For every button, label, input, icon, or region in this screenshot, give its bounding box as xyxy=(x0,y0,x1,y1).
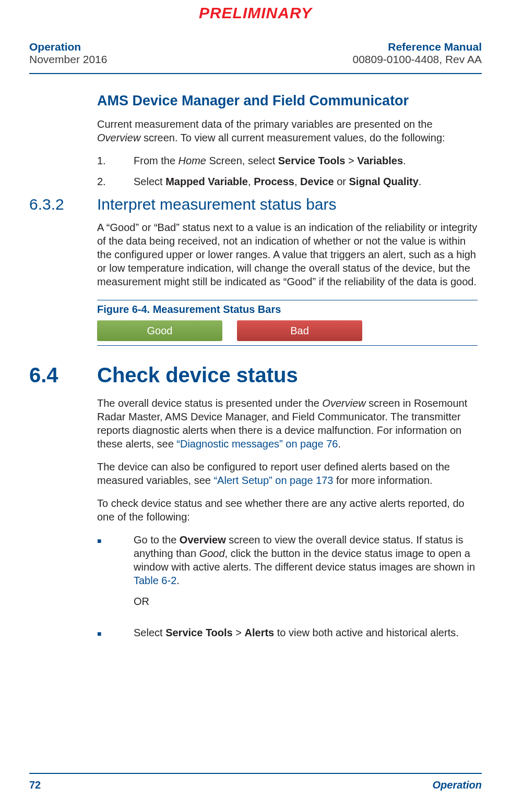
figure-6-4-caption: Figure 6-4. Measurement Status Bars xyxy=(97,300,478,316)
step-number: 2. xyxy=(97,175,134,188)
text: From the xyxy=(134,155,179,166)
header-left-date: November 2016 xyxy=(29,53,107,66)
step-1: 1. From the Home Screen, select Service … xyxy=(97,154,478,167)
step-body: From the Home Screen, select Service Too… xyxy=(134,154,478,167)
section-6-4-body: The overall device status is presented u… xyxy=(97,396,478,639)
text: Screen, select xyxy=(206,155,278,166)
mapped-variable-bold: Mapped Variable xyxy=(165,176,248,187)
overview-bold: Overview xyxy=(180,534,226,546)
bullet-2: ■ Select Service Tools > Alerts to view … xyxy=(97,626,478,639)
header-right-docnum: 00809-0100-4408, Rev AA xyxy=(352,53,482,66)
text: screen. To view all current measurement … xyxy=(140,132,445,143)
section-number-6-3-2: 6.3.2 xyxy=(29,196,97,213)
text: . xyxy=(419,176,422,187)
text: Select xyxy=(134,176,165,187)
text: Select xyxy=(134,627,165,638)
good-italic: Good xyxy=(199,548,225,559)
header-left: Operation November 2016 xyxy=(29,41,107,66)
step-body: Select Mapped Variable, Process, Device … xyxy=(134,175,478,188)
bullet-1: ■ Go to the Overview screen to view the … xyxy=(97,533,478,617)
signal-quality-bold: Signal Quality xyxy=(349,176,419,187)
text: or xyxy=(334,176,349,187)
content-body: AMS Device Manager and Field Communicato… xyxy=(97,92,478,188)
device-bold: Device xyxy=(300,176,334,187)
service-tools-bold: Service Tools xyxy=(278,155,346,166)
link-diagnostic-messages[interactable]: “Diagnostic messages” on page 76 xyxy=(176,438,338,450)
section-number-6-4: 6.4 xyxy=(29,363,97,387)
text: Current measurement data of the primary … xyxy=(97,118,433,130)
service-tools-bold: Service Tools xyxy=(165,627,233,638)
text: . xyxy=(176,575,180,586)
step-number: 1. xyxy=(97,154,134,167)
home-italic: Home xyxy=(179,155,206,166)
status-bar-good: Good xyxy=(97,320,222,341)
page: PRELIMINARY Operation November 2016 Refe… xyxy=(0,0,511,812)
page-header: Operation November 2016 Reference Manual… xyxy=(29,41,482,66)
heading-ams: AMS Device Manager and Field Communicato… xyxy=(97,92,478,110)
section-title-check-device-status: Check device status xyxy=(97,363,298,387)
p-632: A “Good” or “Bad” status next to a value… xyxy=(97,221,478,288)
p-64a: The overall device status is presented u… xyxy=(97,396,478,451)
page-footer: 72 Operation xyxy=(29,773,482,791)
page-number: 72 xyxy=(29,779,41,791)
bullet-body: Select Service Tools > Alerts to view bo… xyxy=(134,626,478,639)
link-table-6-2[interactable]: Table 6-2 xyxy=(134,575,176,586)
bullet-icon: ■ xyxy=(97,533,134,617)
section-6-3-2-row: 6.3.2 Interpret measurement status bars xyxy=(29,196,482,213)
footer-section: Operation xyxy=(433,779,482,791)
process-bold: Process xyxy=(254,176,294,187)
text: , xyxy=(294,176,300,187)
overview-italic: Overview xyxy=(322,397,365,409)
text: The overall device status is presented u… xyxy=(97,397,322,409)
header-right: Reference Manual 00809-0100-4408, Rev AA xyxy=(352,41,482,66)
text: to view both active and historical alert… xyxy=(274,627,459,638)
section-6-4-row: 6.4 Check device status xyxy=(29,363,482,387)
status-bar-bad: Bad xyxy=(237,320,362,341)
section-title-interpret: Interpret measurement status bars xyxy=(97,196,337,213)
bullet-icon: ■ xyxy=(97,626,134,639)
text: . xyxy=(403,155,406,166)
text: . xyxy=(338,438,341,450)
header-rule xyxy=(29,73,482,74)
preliminary-watermark: PRELIMINARY xyxy=(0,4,511,22)
text: , xyxy=(248,176,254,187)
text: Go to the xyxy=(134,534,180,546)
bullet-body: Go to the Overview screen to view the ov… xyxy=(134,533,478,617)
text: > xyxy=(345,155,357,166)
text: for more information. xyxy=(334,475,433,486)
figure-6-4: Good Bad xyxy=(97,320,478,346)
p-64c: To check device status and see whether t… xyxy=(97,496,478,524)
header-right-title: Reference Manual xyxy=(352,41,482,53)
overview-italic: Overview xyxy=(97,132,140,143)
link-alert-setup[interactable]: “Alert Setup” on page 173 xyxy=(213,475,333,486)
step-2: 2. Select Mapped Variable, Process, Devi… xyxy=(97,175,478,188)
alerts-bold: Alerts xyxy=(245,627,275,638)
text: > xyxy=(233,627,245,638)
p-64b: The device can also be configured to rep… xyxy=(97,460,478,487)
header-left-title: Operation xyxy=(29,41,107,53)
or-text: OR xyxy=(134,595,478,608)
variables-bold: Variables xyxy=(357,155,403,166)
section-6-3-2-body: A “Good” or “Bad” status next to a value… xyxy=(97,221,478,346)
ams-intro: Current measurement data of the primary … xyxy=(97,117,478,144)
